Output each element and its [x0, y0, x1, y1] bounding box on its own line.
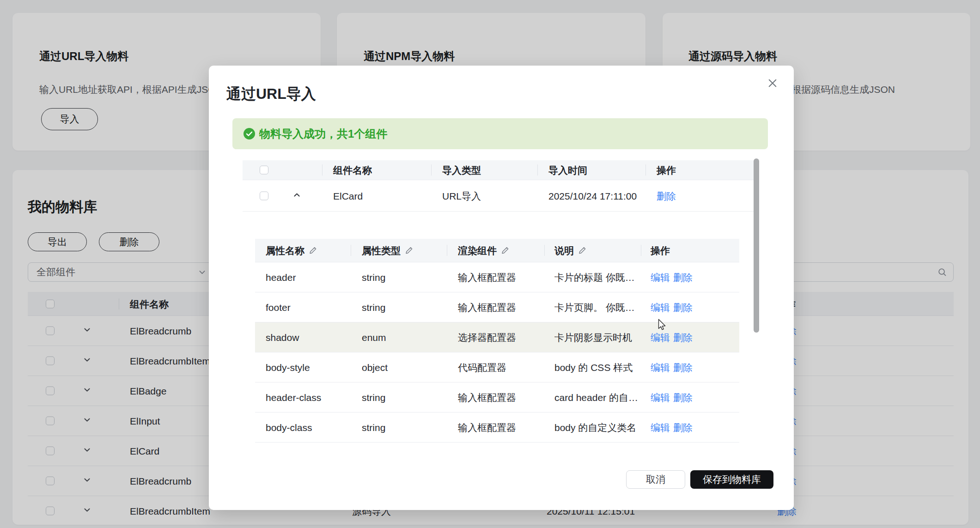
row-delete-link[interactable]: 删除: [673, 422, 693, 433]
dialog-title: 通过URL导入: [226, 85, 316, 103]
modal-scrollbar-thumb[interactable]: [754, 158, 759, 333]
close-icon[interactable]: [765, 75, 780, 91]
column-header-prop-name: 属性名称: [266, 245, 317, 256]
cell-prop-type: object: [362, 362, 388, 373]
cell-import-type: URL导入: [442, 190, 481, 201]
cell-widget: 代码配置器: [458, 362, 506, 373]
edit-column-icon: [501, 246, 510, 255]
cell-desc: 卡片页脚。 你既…: [554, 302, 635, 313]
edit-column-icon: [309, 246, 317, 255]
cell-widget: 输入框配置器: [458, 272, 516, 283]
cell-prop-name: shadow: [266, 332, 299, 343]
success-alert-message: 物料导入成功，共1个组件: [259, 127, 387, 141]
component-row-elcard: ElCard URL导入 2025/10/24 17:11:00 删除: [243, 180, 757, 212]
cell-prop-type: string: [362, 272, 385, 283]
prop-row: body-style object 代码配置器 body 的 CSS 样式 编辑…: [255, 352, 739, 382]
cell-widget: 输入框配置器: [458, 302, 516, 313]
row-edit-link[interactable]: 编辑: [651, 392, 670, 403]
components-table-header: 组件名称 导入类型 导入时间 操作: [243, 160, 757, 180]
cell-prop-type: string: [362, 422, 385, 433]
cell-prop-type: string: [362, 302, 385, 313]
cell-prop-name: footer: [266, 302, 291, 313]
column-header-name: 组件名称: [333, 164, 372, 176]
row-delete-link[interactable]: 删除: [673, 392, 693, 403]
props-table: 属性名称 属性类型 渲染组件 说明 操作 header string 输入框配置…: [255, 239, 739, 443]
row-delete-link[interactable]: 删除: [673, 332, 693, 343]
row-checkbox[interactable]: [260, 191, 268, 200]
success-alert: 物料导入成功，共1个组件: [232, 118, 768, 149]
cell-desc: 卡片阴影显示时机: [554, 332, 632, 343]
cell-prop-name: body-class: [266, 422, 312, 433]
column-header-time: 导入时间: [548, 164, 587, 176]
row-edit-link[interactable]: 编辑: [651, 362, 670, 373]
column-header-widget: 渲染组件: [458, 245, 510, 256]
prop-row: header-class string 输入框配置器 card header 的…: [255, 382, 739, 413]
import-url-dialog: 通过URL导入 物料导入成功，共1个组件 组件名称 导入类型 导入时间 操作 E…: [209, 66, 794, 510]
success-check-icon: [243, 128, 255, 141]
cell-component-name: ElCard: [333, 190, 363, 201]
column-header-action: 操作: [651, 245, 670, 256]
cell-desc: body 的 CSS 样式: [554, 362, 633, 373]
row-edit-link[interactable]: 编辑: [651, 272, 670, 283]
column-header-action: 操作: [657, 164, 676, 176]
row-delete-link[interactable]: 删除: [673, 302, 693, 313]
select-all-checkbox[interactable]: [260, 166, 268, 175]
cell-widget: 输入框配置器: [458, 422, 516, 433]
cell-prop-type: enum: [362, 332, 386, 343]
cell-desc: 卡片的标题 你既…: [554, 272, 635, 283]
row-delete-link[interactable]: 删除: [673, 272, 693, 283]
cell-prop-type: string: [362, 392, 385, 403]
cell-import-time: 2025/10/24 17:11:00: [548, 190, 637, 201]
prop-row: header string 输入框配置器 卡片的标题 你既… 编辑 删除: [255, 262, 739, 292]
row-delete-link[interactable]: 删除: [657, 190, 676, 201]
edit-column-icon: [578, 246, 587, 255]
cancel-button[interactable]: 取消: [626, 470, 685, 489]
edit-column-icon: [405, 246, 414, 255]
cell-prop-name: body-style: [266, 362, 310, 373]
column-header-prop-type: 属性类型: [362, 245, 414, 256]
cell-prop-name: header-class: [266, 392, 321, 403]
cell-desc: card header 的自…: [554, 392, 638, 403]
cell-widget: 选择器配置器: [458, 332, 516, 343]
cell-desc: body 的自定义类名: [554, 422, 636, 433]
row-edit-link[interactable]: 编辑: [651, 422, 670, 433]
props-table-header: 属性名称 属性类型 渲染组件 说明 操作: [255, 239, 739, 262]
collapse-row-icon[interactable]: [293, 191, 301, 200]
row-delete-link[interactable]: 删除: [673, 362, 693, 373]
row-edit-link[interactable]: 编辑: [651, 302, 670, 313]
prop-row: footer string 输入框配置器 卡片页脚。 你既… 编辑 删除: [255, 292, 739, 322]
column-header-desc: 说明: [554, 245, 587, 256]
cell-prop-name: header: [266, 272, 296, 283]
cell-widget: 输入框配置器: [458, 392, 516, 403]
save-to-library-button[interactable]: 保存到物料库: [690, 470, 773, 489]
column-header-type: 导入类型: [442, 164, 481, 176]
prop-row: body-class string 输入框配置器 body 的自定义类名 编辑 …: [255, 413, 739, 443]
mouse-cursor: [658, 319, 670, 334]
